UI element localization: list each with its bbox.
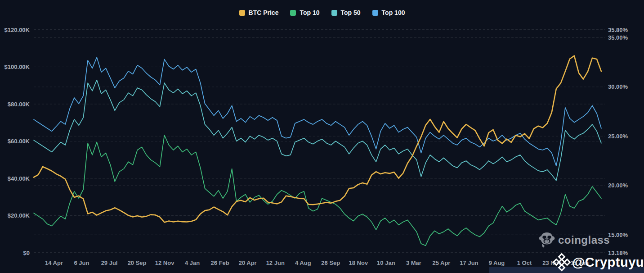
- legend-label: BTC Price: [249, 9, 279, 16]
- y-axis-left-label: $60.00K: [8, 138, 30, 145]
- legend-swatch: [290, 10, 296, 16]
- x-axis-label: 29 Jul: [101, 259, 118, 266]
- coinglass-wordmark: coinglass: [558, 234, 610, 246]
- watermark: @Cryptuyu: [552, 252, 644, 272]
- legend-item-top-50[interactable]: Top 50: [331, 9, 361, 16]
- y-axis-right-label: 15.00%: [608, 232, 628, 238]
- legend-swatch: [331, 10, 337, 16]
- legend-item-top-100[interactable]: Top 100: [372, 9, 405, 16]
- y-axis-left-label: $100.00K: [4, 64, 30, 70]
- y-axis-left-label: $120.00K: [4, 27, 30, 33]
- binance-diamond-icon: [552, 252, 572, 272]
- y-axis-left-label: $20.00K: [8, 212, 30, 219]
- x-axis-label: 6 Jun: [74, 259, 89, 266]
- x-axis-label: 20 Sep: [128, 259, 147, 266]
- chart-panel: $120.00K$100.00K$80.00K$60.00K$40.00K$20…: [0, 0, 644, 273]
- legend-label: Top 100: [382, 9, 405, 16]
- x-axis-label: 26 Sep: [321, 259, 340, 266]
- y-axis-right-label: 20.00%: [608, 182, 628, 189]
- y-axis-right-label: 35.00%: [608, 34, 628, 41]
- x-axis-label: 14 Apr: [45, 259, 63, 266]
- y-axis-right-label: 30.00%: [608, 83, 628, 90]
- x-axis-label: 9 Aug: [489, 259, 505, 266]
- legend-swatch: [372, 10, 378, 16]
- x-axis-label: 20 Apr: [239, 259, 257, 266]
- x-axis-label: 4 Aug: [295, 259, 311, 266]
- top-100-line: [34, 57, 601, 166]
- watermark-text: @Cryptuyu: [572, 255, 644, 270]
- x-axis-label: 26 Feb: [211, 259, 229, 266]
- legend-label: Top 10: [300, 9, 319, 16]
- legend-item-top-10[interactable]: Top 10: [290, 9, 319, 16]
- x-axis-label: 10 Jan: [377, 259, 395, 266]
- x-axis-label: 18 Nov: [349, 259, 368, 266]
- top-10-line: [34, 135, 601, 246]
- y-axis-left-label: $0: [23, 250, 30, 256]
- top-50-line: [34, 80, 601, 181]
- coinglass-gorilla-icon: [539, 232, 555, 249]
- x-axis-label: 12 Nov: [155, 259, 174, 266]
- legend-label: Top 50: [341, 9, 361, 16]
- x-axis-label: 1 Oct: [517, 259, 532, 266]
- legend-item-btc-price[interactable]: BTC Price: [239, 9, 279, 16]
- x-axis-label: 25 Apr: [432, 259, 450, 266]
- coinglass-logo: coinglass: [539, 232, 610, 249]
- y-axis-left-label: $80.00K: [8, 101, 30, 108]
- y-axis-right-label: 35.80%: [608, 27, 628, 33]
- y-axis-left-label: $40.00K: [8, 175, 30, 182]
- x-axis-label: 3 Mar: [406, 259, 421, 266]
- x-axis-label: 17 Jun: [460, 259, 478, 266]
- btc-price-line: [34, 56, 601, 223]
- x-axis-label: 4 Jan: [185, 259, 200, 266]
- x-axis-label: 12 Jun: [266, 259, 285, 266]
- y-axis-right-label: 25.00%: [608, 133, 628, 140]
- chart-legend: BTC PriceTop 10Top 50Top 100: [0, 9, 644, 16]
- legend-swatch: [239, 10, 245, 16]
